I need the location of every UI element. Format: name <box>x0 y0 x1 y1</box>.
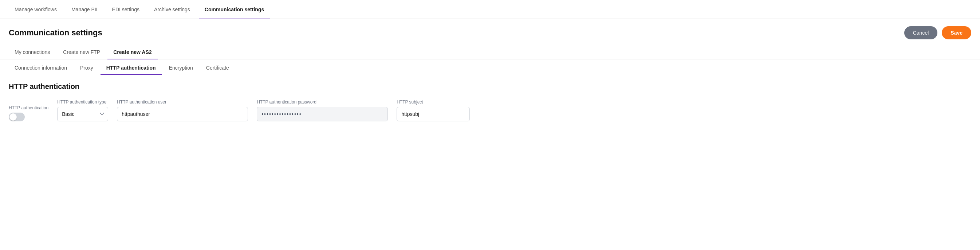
auth-toggle-field: HTTP authentication <box>9 105 48 121</box>
section-tab-encryption[interactable]: Encryption <box>163 61 199 75</box>
section-tab-connection-info[interactable]: Connection information <box>9 61 73 75</box>
auth-toggle-label: HTTP authentication <box>9 105 48 110</box>
auth-password-field: HTTP authentication password <box>257 99 388 121</box>
http-auth-form: HTTP authentication HTTP authentication … <box>0 94 980 130</box>
page-header: Communication settings Cancel Save <box>0 19 980 45</box>
auth-toggle-container <box>9 113 48 121</box>
top-nav-manage-workflows[interactable]: Manage workflows <box>9 0 63 19</box>
auth-user-field: HTTP authentication user <box>117 99 248 121</box>
section-tab-proxy[interactable]: Proxy <box>74 61 99 75</box>
auth-password-label: HTTP authentication password <box>257 99 388 105</box>
subtab-create-new-ftp[interactable]: Create new FTP <box>57 46 106 59</box>
section-title: HTTP authentication <box>0 75 980 94</box>
page-title: Communication settings <box>9 28 102 38</box>
auth-type-select[interactable]: Basic Digest None <box>57 107 108 121</box>
subtab-create-new-as2[interactable]: Create new AS2 <box>107 46 158 59</box>
auth-subject-input[interactable] <box>396 107 470 121</box>
auth-subject-label: HTTP subject <box>396 99 470 105</box>
top-navigation: Manage workflows Manage PII EDI settings… <box>0 0 980 19</box>
section-tab-certificate[interactable]: Certificate <box>200 61 235 75</box>
top-nav-manage-pii[interactable]: Manage PII <box>65 0 103 19</box>
sub-tabs: My connections Create new FTP Create new… <box>0 45 980 59</box>
section-tabs: Connection information Proxy HTTP authen… <box>0 61 980 75</box>
cancel-button[interactable]: Cancel <box>904 26 938 39</box>
subtab-my-connections[interactable]: My connections <box>9 46 56 59</box>
top-nav-archive-settings[interactable]: Archive settings <box>148 0 196 19</box>
section-tab-http-auth[interactable]: HTTP authentication <box>100 61 162 75</box>
top-nav-communication-settings[interactable]: Communication settings <box>199 0 270 19</box>
auth-type-field: HTTP authentication type Basic Digest No… <box>57 99 108 121</box>
save-button[interactable]: Save <box>942 26 971 39</box>
auth-subject-field: HTTP subject <box>396 99 470 121</box>
auth-toggle[interactable] <box>9 113 25 121</box>
auth-type-label: HTTP authentication type <box>57 99 108 105</box>
auth-user-label: HTTP authentication user <box>117 99 248 105</box>
header-actions: Cancel Save <box>904 26 971 39</box>
auth-password-input[interactable] <box>257 107 388 121</box>
top-nav-edi-settings[interactable]: EDI settings <box>107 0 145 19</box>
auth-user-input[interactable] <box>117 107 248 121</box>
